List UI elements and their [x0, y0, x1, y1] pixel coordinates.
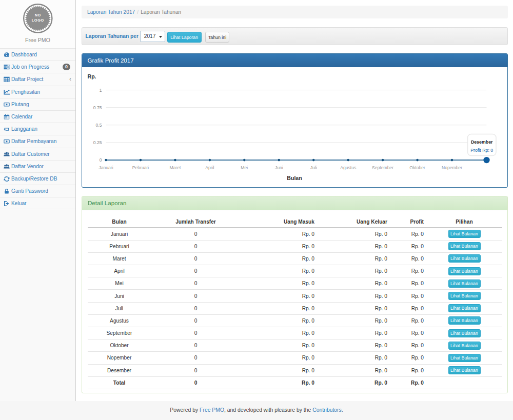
- svg-text:LOGO: LOGO: [32, 18, 44, 23]
- svg-text:Agustus: Agustus: [340, 165, 356, 170]
- svg-text:NO: NO: [35, 13, 41, 17]
- svg-text:1: 1: [99, 88, 102, 93]
- svg-text:Bulan: Bulan: [287, 175, 302, 181]
- svg-text:0.25: 0.25: [93, 140, 102, 145]
- svg-text:Pebruari: Pebruari: [132, 165, 149, 170]
- svg-text:Desember: Desember: [470, 139, 492, 145]
- svg-text:September: September: [372, 165, 393, 170]
- svg-text:0.5: 0.5: [95, 123, 102, 128]
- svg-text:0.75: 0.75: [93, 105, 102, 110]
- svg-text:Oktober: Oktober: [409, 165, 425, 170]
- svg-text:Januari: Januari: [98, 165, 113, 170]
- svg-text:Maret: Maret: [169, 165, 181, 170]
- svg-text:Mei: Mei: [241, 165, 248, 170]
- svg-text:Nopember: Nopember: [441, 165, 462, 170]
- svg-text:Juli: Juli: [310, 165, 317, 170]
- svg-text:April: April: [205, 165, 214, 170]
- svg-text:Rp.: Rp.: [87, 73, 96, 79]
- svg-text:Profit Rp: 0: Profit Rp: 0: [470, 148, 493, 153]
- svg-text:Juni: Juni: [274, 165, 283, 170]
- svg-text:0: 0: [99, 157, 102, 163]
